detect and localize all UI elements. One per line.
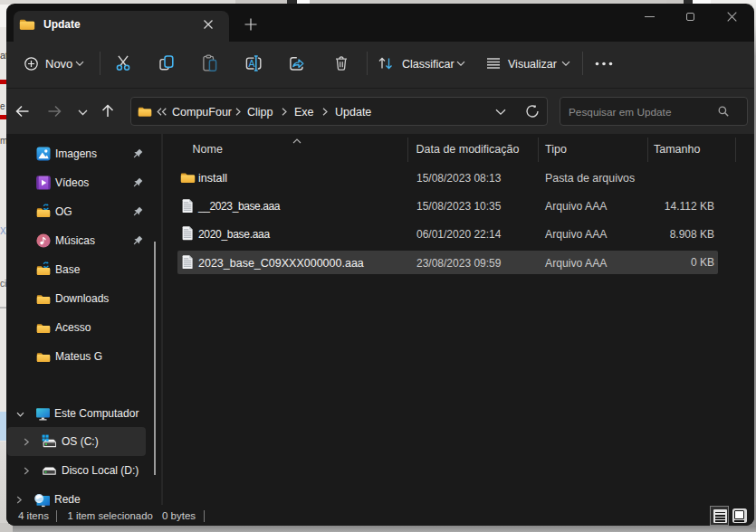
svg-text:A: A xyxy=(249,58,255,69)
